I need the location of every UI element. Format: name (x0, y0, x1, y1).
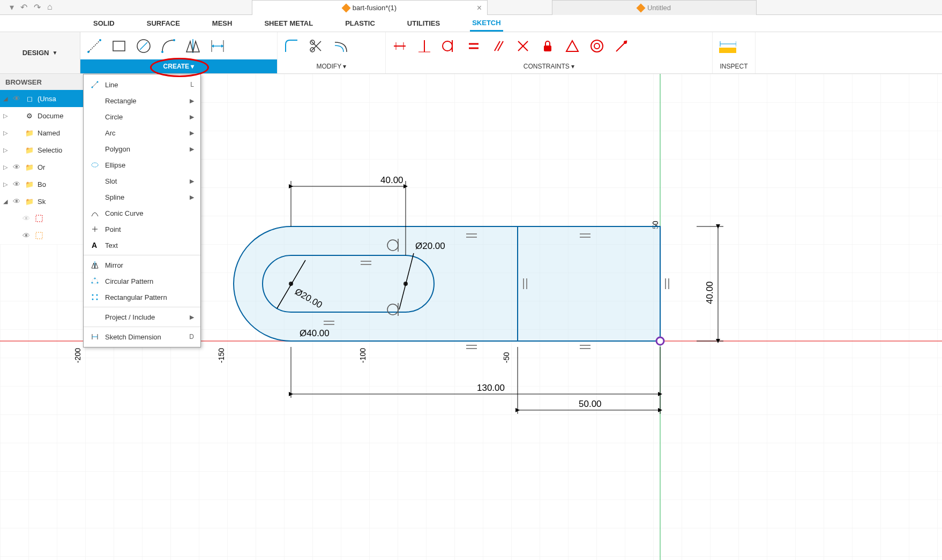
tab-sketch[interactable]: SKETCH (470, 16, 503, 32)
dimension-tool-icon[interactable] (208, 36, 227, 56)
file-tab-secondary[interactable]: Untitled (552, 0, 757, 15)
quick-access-icons: ▾ ↶ ↷ ⌂ (0, 2, 53, 12)
vertical-constraint-icon[interactable] (415, 36, 434, 56)
concentric-constraint-icon[interactable] (587, 36, 607, 56)
home-icon[interactable]: ⌂ (47, 2, 53, 12)
group-modify: MODIFY ▾ (278, 32, 386, 73)
equal-constraint-icon[interactable] (464, 36, 483, 56)
svg-rect-32 (719, 48, 736, 53)
coincident-constraint-icon[interactable] (612, 36, 631, 56)
ribbon: DESIGN▼ CREATE ▾ MODIFY ▾ (0, 32, 942, 74)
svg-point-7 (173, 39, 175, 41)
arc-tool-icon[interactable] (159, 36, 178, 56)
undo-icon[interactable]: ↶ (20, 2, 27, 12)
file-tab-label: Untitled (647, 4, 671, 12)
trim-tool-icon[interactable] (306, 36, 326, 56)
group-create-label[interactable]: CREATE ▾ (80, 59, 277, 73)
rectangle-tool-icon[interactable] (109, 36, 129, 56)
file-tab-active[interactable]: bart-fusion*(1) × (252, 0, 488, 15)
offset-tool-icon[interactable] (331, 36, 350, 56)
svg-point-28 (591, 40, 603, 52)
circle-tool-icon[interactable] (134, 36, 153, 56)
tab-solid[interactable]: SOLID (91, 16, 117, 31)
horizontal-constraint-icon[interactable] (390, 36, 409, 56)
group-inspect: INSPECT (713, 32, 756, 73)
tab-sheetmetal[interactable]: SHEET METAL (262, 16, 315, 31)
group-constraints: CONSTRAINTS ▾ (386, 32, 713, 73)
svg-point-1 (99, 39, 101, 41)
design-workspace-button[interactable]: DESIGN▼ (0, 32, 80, 73)
quick-access-bar: ▾ ↶ ↷ ⌂ bart-fusion*(1) × Untitled (0, 0, 942, 15)
midpoint-constraint-icon[interactable] (563, 36, 582, 56)
line-tool-icon[interactable] (85, 36, 104, 56)
file-icon (636, 3, 645, 12)
close-icon[interactable]: × (477, 3, 482, 13)
environment-tabs: SOLID SURFACE MESH SHEET METAL PLASTIC U… (0, 15, 942, 32)
mirror-tool-icon[interactable] (183, 36, 203, 56)
measure-tool-icon[interactable] (717, 36, 736, 56)
svg-point-29 (594, 43, 600, 49)
group-modify-label[interactable]: MODIFY ▾ (278, 59, 385, 73)
svg-line-2 (89, 41, 100, 51)
tab-surface[interactable]: SURFACE (145, 16, 182, 31)
group-constraints-label[interactable]: CONSTRAINTS ▾ (386, 59, 712, 73)
svg-rect-27 (544, 46, 551, 51)
svg-point-19 (443, 41, 452, 51)
design-label: DESIGN (23, 49, 49, 57)
file-icon (341, 3, 350, 12)
group-inspect-label[interactable]: INSPECT (713, 59, 755, 73)
file-tab-label: bart-fusion*(1) (353, 4, 397, 12)
save-icon[interactable]: ▾ (10, 2, 14, 12)
redo-icon[interactable]: ↷ (34, 2, 41, 12)
fillet-tool-icon[interactable] (282, 36, 301, 56)
tangent-constraint-icon[interactable] (439, 36, 459, 56)
svg-line-5 (140, 42, 147, 50)
tab-plastic[interactable]: PLASTIC (343, 16, 377, 31)
fix-constraint-icon[interactable] (538, 36, 557, 56)
group-create: CREATE ▾ (80, 32, 278, 73)
tab-utilities[interactable]: UTILITIES (405, 16, 442, 31)
svg-rect-3 (113, 41, 125, 51)
svg-point-31 (624, 41, 627, 44)
tab-mesh[interactable]: MESH (210, 16, 235, 31)
svg-point-6 (161, 51, 163, 53)
parallel-constraint-icon[interactable] (489, 36, 508, 56)
perpendicular-constraint-icon[interactable] (513, 36, 533, 56)
